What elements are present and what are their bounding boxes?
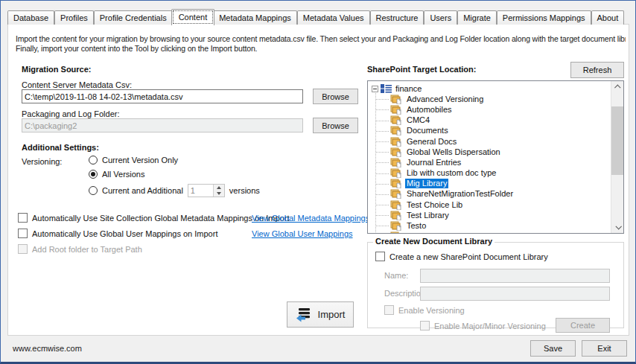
tree-item-automobiles[interactable]: Automobiles [368,104,611,115]
tree-item-global-wells-dispersation[interactable]: Global Wells Dispersation [368,147,611,157]
tree-item-label[interactable]: General Docs [405,137,458,147]
import-button[interactable]: Import [287,301,354,328]
document-library-icon [390,126,402,135]
tab-profile-credentials[interactable]: Profile Credentials [94,10,173,25]
exit-button[interactable]: Exit [582,340,627,357]
additional-versions-stepper[interactable]: 1 [188,184,225,197]
csv-label: Content Server Metadata Csv: [22,80,132,89]
tree-root-label[interactable]: finance [394,84,423,94]
checkbox-add-root-folder: Add Root folder to Target Path [18,244,142,254]
versions-suffix-label: versions [229,186,260,195]
radio-current-and-additional[interactable]: Current and Additional 1 versions [89,184,260,197]
document-library-icon [390,147,402,157]
tree-item-label[interactable]: Testo2 [405,232,432,234]
checkbox-global-metadata-mappings[interactable]: Automatically Use Site Collection Global… [18,213,289,223]
folder-browse-button[interactable]: Browse [313,118,358,133]
tree-item-label[interactable]: ShareNetMigrationTestFolder [405,189,515,199]
document-library-icon [390,105,402,115]
tree-branch-line [376,226,389,226]
tab-users[interactable]: Users [424,10,457,25]
tab-restructure[interactable]: Restructure [370,10,424,25]
tree-item-label[interactable]: Testo [405,221,427,231]
tree-item-testo2[interactable]: Testo2 [368,232,611,234]
csv-path-input[interactable] [22,89,303,103]
tab-metadata-mappings[interactable]: Metadata Mappings [213,10,297,25]
tree-item-label[interactable]: Global Wells Dispersation [405,147,502,157]
tree-scrollbar[interactable] [611,81,623,233]
tree-branch-line [376,173,389,174]
app-window: DatabaseProfilesProfile CredentialsConte… [0,0,636,364]
view-global-metadata-mappings-link[interactable]: View Global Metadata Mappings [252,214,369,223]
collapse-minus-icon[interactable] [372,86,378,92]
tab-metadata-values[interactable]: Metadata Values [297,10,370,25]
tree-item-sharenetmigrationtestfolder[interactable]: ShareNetMigrationTestFolder [368,189,611,199]
csv-browse-button[interactable]: Browse [313,89,358,104]
tab-about[interactable]: About [591,10,625,25]
tab-page-content: Import the content for your migration by… [7,24,629,336]
checkbox-label: Automatically Use Global User Mappings o… [32,229,217,238]
additional-settings-title: Additional Settings: [22,143,99,152]
refresh-button[interactable]: Refresh [570,62,624,78]
import-stack-arrow-icon [296,307,312,323]
tree-item-label[interactable]: Advanced Versioning [405,95,485,104]
document-library-icon [390,211,402,220]
radio-all-versions[interactable]: All Versions [89,170,144,179]
tree-item-advanced-versioning[interactable]: Advanced Versioning [368,94,611,104]
stepper-up-icon[interactable] [214,185,224,191]
tree-root-finance[interactable]: finance [368,83,611,94]
document-library-icon [390,95,402,104]
sharepoint-target-tree[interactable]: finance Advanced VersioningAutomobilesCM… [367,80,624,234]
radio-icon [89,156,98,165]
checkbox-enable-major-minor: Enable Major/Minor Versioning [420,321,546,331]
tree-item-journal-entries[interactable]: Journal Entries [368,157,611,167]
tree-item-lib-with-custom-doc-type[interactable]: Lib with custom doc type [368,168,611,179]
document-library-icon [390,232,402,234]
tree-item-general-docs[interactable]: General Docs [368,136,611,147]
tree-item-documents[interactable]: Documents [368,126,611,136]
tree-item-test-library[interactable]: Test Library [368,210,611,220]
tree-item-test-choice-lib[interactable]: Test Choice Lib [368,199,611,210]
tab-permissions-mappings[interactable]: Permissions Mappings [497,10,591,25]
document-library-icon [390,168,402,178]
document-library-icon [390,158,402,167]
tree-item-cmc4[interactable]: CMC4 [368,115,611,126]
tree-item-label[interactable]: Test Choice Lib [405,200,464,210]
scroll-down-icon[interactable] [611,221,624,233]
tree-item-label[interactable]: Journal Entries [405,158,462,167]
radio-current-version-only[interactable]: Current Version Only [89,156,178,165]
tab-database[interactable]: Database [7,10,54,25]
checkbox-icon [375,252,385,261]
tab-migrate[interactable]: Migrate [457,10,497,25]
save-button[interactable]: Save [530,340,576,357]
tree-item-testo[interactable]: Testo [368,220,611,231]
scroll-up-icon[interactable] [611,81,624,93]
packaging-folder-label: Packaging and Log Folder: [22,109,119,118]
bottom-bar: www.ecmwise.com Save Exit [1,336,635,362]
radio-icon [89,186,98,195]
tab-content[interactable]: Content [171,9,215,25]
stepper-down-icon[interactable] [214,191,224,197]
view-global-user-mappings-link[interactable]: View Global User Mappings [252,229,353,238]
checkbox-label: Create a new SharePoint Document Library [389,252,548,261]
name-label: Name: [384,271,408,280]
tree-item-label[interactable]: Mig Library [405,179,448,188]
stepper-arrows[interactable] [213,185,224,197]
radio-label: Current Version Only [102,156,178,165]
tree-branch-line [376,215,389,216]
checkbox-global-user-mappings[interactable]: Automatically Use Global User Mappings o… [18,229,217,238]
tab-profiles[interactable]: Profiles [54,10,94,25]
tree-item-label[interactable]: Documents [405,126,450,135]
tree-item-label[interactable]: Test Library [405,211,451,220]
scrollbar-thumb[interactable] [611,106,624,175]
versioning-label: Versioning: [22,157,62,166]
create-library-title: Create New Document Library [373,237,495,246]
tree-item-label[interactable]: Lib with custom doc type [405,168,497,178]
tree-item-label[interactable]: Automobiles [405,105,454,115]
tree-branch-line [376,194,389,195]
tree-branch-line [376,152,389,153]
tree-item-mig-library[interactable]: Mig Library [368,179,611,189]
sharepoint-site-icon [381,84,392,93]
checkbox-label: Automatically Use Site Collection Global… [32,214,289,223]
tree-item-label[interactable]: CMC4 [405,115,431,125]
checkbox-create-new-library[interactable]: Create a new SharePoint Document Library [375,252,548,261]
